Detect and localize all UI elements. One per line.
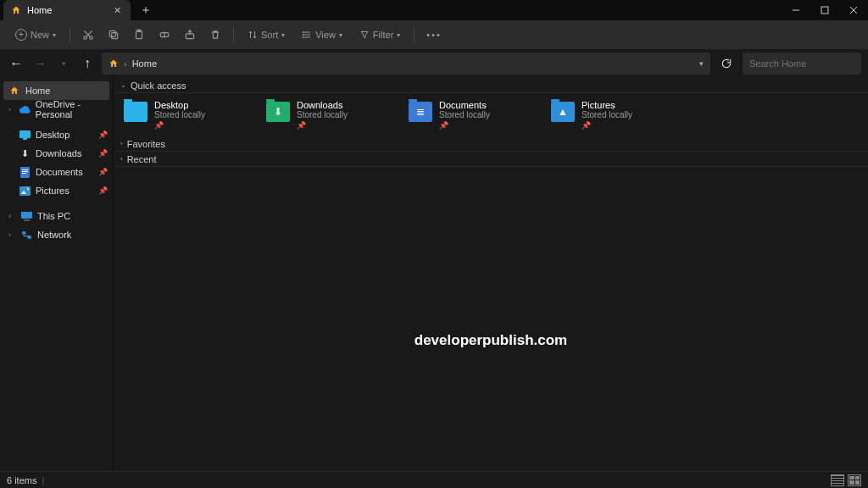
address-bar[interactable]: › Home ▾	[102, 53, 710, 75]
more-button[interactable]: •••	[421, 24, 447, 46]
icons-view-button[interactable]	[848, 474, 861, 486]
pictures-icon	[19, 185, 31, 197]
home-icon	[8, 85, 20, 97]
quick-access-grid: DesktopStored locally📌⬇DownloadsStored l…	[114, 93, 868, 136]
sidebar-item-label: OneDrive - Personal	[36, 99, 108, 119]
up-button[interactable]: ↑	[78, 54, 97, 73]
sidebar-item-downloads[interactable]: ⬇ Downloads 📌	[0, 144, 113, 163]
details-view-button[interactable]	[831, 474, 844, 486]
section-quick-access[interactable]: ⌄ Quick access	[114, 78, 868, 93]
svg-rect-1	[821, 7, 828, 14]
network-icon	[20, 229, 32, 241]
toolbar-separator	[233, 27, 234, 42]
paste-button[interactable]	[128, 24, 150, 46]
sidebar-item-desktop[interactable]: Desktop 📌	[0, 125, 113, 144]
share-button[interactable]	[179, 24, 201, 46]
svg-point-18	[303, 37, 303, 38]
section-favorites[interactable]: › Favorites	[114, 136, 868, 152]
home-icon	[108, 58, 119, 69]
item-name: Pictures	[581, 100, 632, 110]
quick-access-item[interactable]: ▲PicturesStored locally📌	[551, 100, 678, 130]
plus-icon: +	[15, 29, 27, 41]
section-recent[interactable]: › Recent	[114, 152, 868, 167]
item-name: Documents	[439, 100, 490, 110]
chevron-down-icon[interactable]: ▾	[699, 59, 704, 68]
view-label: View	[315, 30, 336, 40]
sidebar: Home › OneDrive - Personal Desktop 📌 ⬇ D…	[0, 78, 114, 471]
svg-rect-21	[19, 130, 31, 138]
section-label: Quick access	[131, 80, 186, 91]
cut-button[interactable]	[77, 24, 99, 46]
sidebar-item-onedrive[interactable]: › OneDrive - Personal	[0, 100, 113, 119]
svg-rect-27	[19, 186, 31, 196]
pin-icon: 📌	[98, 149, 108, 158]
delete-button[interactable]	[204, 24, 226, 46]
sidebar-item-label: Desktop	[36, 130, 70, 140]
address-row: ← → ▾ ↑ › Home ▾	[0, 49, 868, 78]
item-name: Downloads	[297, 100, 348, 110]
svg-rect-6	[112, 33, 118, 39]
new-button[interactable]: + New ▾	[8, 24, 63, 46]
sort-label: Sort	[261, 30, 278, 40]
chevron-down-icon: ⌄	[120, 81, 126, 89]
sidebar-item-label: Documents	[36, 167, 83, 177]
sort-button[interactable]: Sort ▾	[241, 24, 292, 46]
pin-icon: 📌	[439, 121, 490, 130]
download-icon: ⬇	[19, 147, 31, 159]
minimize-button[interactable]	[782, 0, 810, 20]
quick-access-item[interactable]: ⬇DownloadsStored locally📌	[266, 100, 393, 130]
breadcrumb-location[interactable]: Home	[132, 58, 157, 69]
item-subtitle: Stored locally	[297, 110, 348, 119]
recent-locations-button[interactable]: ▾	[54, 54, 73, 73]
quick-access-item[interactable]: ≣DocumentsStored locally📌	[409, 100, 536, 130]
new-tab-button[interactable]: ＋	[136, 0, 156, 20]
status-bar: 6 items |	[0, 471, 868, 488]
sidebar-item-documents[interactable]: Documents 📌	[0, 163, 113, 181]
chevron-right-icon: ›	[120, 140, 123, 147]
sidebar-item-pictures[interactable]: Pictures 📌	[0, 181, 113, 200]
chevron-down-icon: ▾	[339, 31, 342, 39]
tab-close-button[interactable]: ✕	[110, 5, 124, 16]
copy-button[interactable]	[103, 24, 125, 46]
pin-icon: 📌	[98, 186, 108, 195]
sidebar-item-label: Downloads	[36, 148, 81, 158]
toolbar: + New ▾ Sort ▾ View ▾ Filter ▾ •••	[0, 20, 868, 49]
search-box[interactable]	[743, 53, 861, 75]
pin-icon: 📌	[581, 121, 632, 130]
chevron-right-icon: ›	[8, 230, 15, 239]
sidebar-item-network[interactable]: › Network	[0, 225, 113, 244]
filter-button[interactable]: Filter ▾	[353, 24, 407, 46]
pin-icon: 📌	[98, 130, 108, 139]
svg-point-29	[26, 187, 28, 189]
svg-rect-23	[20, 167, 30, 178]
view-button[interactable]: View ▾	[295, 24, 349, 46]
back-button[interactable]: ←	[7, 54, 25, 73]
pin-icon: 📌	[154, 121, 205, 130]
quick-access-item[interactable]: DesktopStored locally📌	[124, 100, 251, 130]
chevron-down-icon: ▾	[397, 31, 400, 39]
toolbar-separator	[414, 27, 415, 42]
sidebar-item-label: Pictures	[36, 186, 70, 196]
section-label: Favorites	[127, 139, 165, 149]
search-input[interactable]	[749, 58, 866, 69]
rename-button[interactable]	[153, 24, 175, 46]
tab-home[interactable]: Home ✕	[3, 0, 131, 20]
svg-rect-30	[21, 212, 32, 219]
body: Home › OneDrive - Personal Desktop 📌 ⬇ D…	[0, 78, 868, 471]
chevron-right-icon: ›	[120, 155, 123, 163]
filter-label: Filter	[373, 30, 393, 40]
sidebar-item-home[interactable]: Home	[3, 81, 109, 100]
home-icon	[10, 4, 22, 16]
chevron-right-icon: ›	[8, 105, 14, 114]
sort-icon	[248, 30, 258, 40]
sidebar-item-label: Network	[37, 230, 71, 240]
refresh-button[interactable]	[715, 53, 737, 75]
item-subtitle: Stored locally	[154, 110, 205, 119]
forward-button[interactable]: →	[31, 54, 49, 73]
file-explorer-window: Home ✕ ＋ + New ▾ Sort ▾ View	[0, 0, 868, 488]
maximize-button[interactable]	[810, 0, 839, 20]
svg-point-16	[303, 32, 303, 33]
sidebar-item-thispc[interactable]: › This PC	[0, 207, 113, 225]
close-window-button[interactable]	[839, 0, 868, 20]
cloud-icon	[19, 103, 31, 115]
